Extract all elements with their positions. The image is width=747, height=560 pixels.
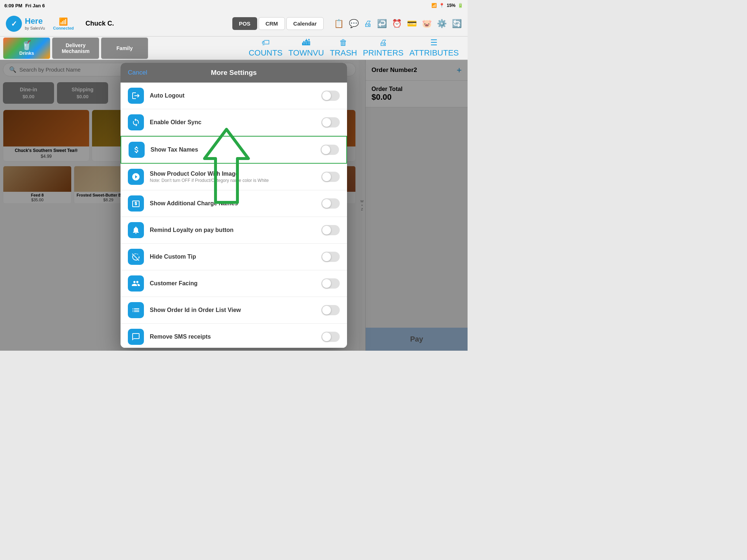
tax-names-label: Show Tax Names [150, 146, 321, 153]
remove-sms-toggle[interactable] [321, 332, 340, 342]
second-toolbar: 🥤 Drinks DeliveryMechanism Family 🏷 COUN… [0, 37, 468, 60]
customer-facing-icon [128, 275, 144, 292]
product-color-sublabel: Note: Don't turn OFF if Product/Category… [150, 178, 321, 183]
category-drinks[interactable]: 🥤 Drinks [3, 37, 50, 59]
logo-text: Here by SalesVu [25, 16, 45, 31]
battery-display: 15% [447, 3, 456, 8]
status-bar: 6:09 PM Fri Jan 6 📶 📍 15% 🔋 [0, 0, 468, 11]
auto-logout-icon [128, 88, 144, 104]
logo-area: ✓ Here by SalesVu [6, 16, 45, 32]
tax-names-toggle[interactable] [321, 145, 339, 155]
customer-facing-label: Customer Facing [150, 280, 321, 287]
additional-charge-toggle[interactable] [321, 198, 340, 209]
modal-cancel-button[interactable]: Cancel [128, 69, 147, 76]
show-order-id-toggle[interactable] [321, 305, 340, 315]
modal-overlay: Cancel More Settings Auto Logout [0, 60, 468, 351]
enable-sync-text: Enable Older Sync [150, 119, 321, 126]
remove-sms-text: Remove SMS receipts [150, 334, 321, 340]
right-toolbar: 🏷 COUNTS 🏙 TOWNVU 🗑 TRASH 🖨 PRINTERS ☰ A… [249, 38, 465, 58]
family-label: Family [117, 45, 133, 51]
tax-names-text: Show Tax Names [150, 146, 321, 153]
remind-loyalty-toggle[interactable] [321, 225, 340, 235]
show-order-id-label: Show Order Id in Order List View [150, 307, 321, 313]
refresh-icon[interactable]: 🔄 [452, 19, 462, 28]
chat-icon[interactable]: 💬 [349, 19, 359, 28]
additional-charge-icon [128, 195, 144, 212]
setting-enable-older-sync: Enable Older Sync [121, 109, 347, 136]
wifi-icon: 📶 [431, 3, 437, 8]
wifi-signal-icon: 📶 [59, 17, 68, 26]
enable-sync-label: Enable Older Sync [150, 119, 321, 126]
wifi-connected-area: 📶 Connected [53, 17, 74, 30]
setting-additional-charge: Show Additional Charge Names [121, 190, 347, 217]
main-area: 🔍 Dine-in $0.00 Shipping $0.00 Chuck's S… [0, 60, 468, 351]
brand-sub: by SalesVu [25, 26, 45, 31]
modal-body: Auto Logout Enable Older Sync [121, 83, 347, 348]
printer-icon[interactable]: 🖨 [364, 19, 372, 28]
product-color-icon [128, 169, 144, 185]
remove-sms-label: Remove SMS receipts [150, 334, 321, 340]
show-order-id-icon [128, 302, 144, 318]
user-name: Chuck C. [85, 20, 114, 27]
townvu-icon[interactable]: 🏙 TOWNVU [289, 38, 324, 58]
product-color-label: Show Product Color With Image [150, 171, 321, 177]
date-display: Fri Jan 6 [25, 3, 45, 8]
counts-icon[interactable]: 🏷 COUNTS [249, 38, 283, 58]
wallet-icon[interactable]: 💳 [407, 19, 417, 28]
auto-logout-label: Auto Logout [150, 92, 321, 99]
setting-remove-sms: Remove SMS receipts [121, 324, 347, 348]
tab-calendar[interactable]: Calendar [286, 17, 324, 30]
more-settings-modal: Cancel More Settings Auto Logout [121, 63, 347, 348]
hide-tip-text: Hide Custom Tip [150, 254, 321, 260]
modal-title: More Settings [128, 69, 340, 77]
setting-show-tax-names: Show Tax Names [121, 136, 347, 164]
additional-charge-text: Show Additional Charge Names [150, 200, 321, 207]
delivery-mechanism-label: DeliveryMechanism [62, 42, 89, 54]
tab-pos[interactable]: POS [232, 17, 257, 30]
setting-remind-loyalty: Remind Loyalty on pay button [121, 217, 347, 244]
additional-charge-label: Show Additional Charge Names [150, 200, 321, 207]
remind-loyalty-text: Remind Loyalty on pay button [150, 227, 321, 233]
remind-loyalty-icon [128, 222, 144, 238]
top-nav: ✓ Here by SalesVu 📶 Connected Chuck C. P… [0, 11, 468, 37]
trash-icon[interactable]: 🗑 TRASH [330, 38, 357, 58]
setting-product-color: Show Product Color With Image Note: Don'… [121, 164, 347, 190]
auto-logout-toggle[interactable] [321, 91, 340, 101]
customer-facing-toggle[interactable] [321, 278, 340, 289]
tax-names-icon [129, 142, 145, 158]
category-family[interactable]: Family [101, 37, 148, 59]
hide-tip-icon [128, 249, 144, 265]
product-color-toggle[interactable] [321, 172, 340, 182]
battery-icon: 🔋 [458, 3, 463, 8]
auto-logout-text: Auto Logout [150, 92, 321, 99]
nav-tabs: POS CRM Calendar [232, 17, 324, 30]
time-display: 6:09 PM [4, 3, 22, 8]
setting-customer-facing: Customer Facing [121, 270, 347, 297]
piggy-bank-icon[interactable]: 🐷 [422, 19, 432, 28]
customer-facing-text: Customer Facing [150, 280, 321, 287]
setting-hide-tip: Hide Custom Tip [121, 244, 347, 270]
top-icons: 📋 💬 🖨 ↩️ ⏰ 💳 🐷 ⚙️ 🔄 [334, 19, 462, 28]
brand-name: Here [25, 16, 45, 26]
clock-icon[interactable]: ⏰ [392, 19, 402, 28]
enable-sync-toggle[interactable] [321, 117, 340, 127]
setting-auto-logout: Auto Logout [121, 83, 347, 109]
tab-crm[interactable]: CRM [259, 17, 285, 30]
hide-tip-toggle[interactable] [321, 252, 340, 262]
settings-icon[interactable]: ⚙️ [437, 19, 447, 28]
remind-loyalty-label: Remind Loyalty on pay button [150, 227, 321, 233]
logo-icon: ✓ [6, 16, 22, 32]
enable-sync-icon [128, 114, 144, 130]
show-order-id-text: Show Order Id in Order List View [150, 307, 321, 313]
exchange-icon[interactable]: ↩️ [377, 19, 387, 28]
textbox-settings-icon[interactable]: 📋 [334, 19, 344, 28]
setting-show-order-id: Show Order Id in Order List View [121, 297, 347, 324]
attributes-icon[interactable]: ☰ ATTRIBUTES [409, 38, 459, 58]
connected-label: Connected [53, 26, 74, 30]
product-color-text: Show Product Color With Image Note: Don'… [150, 171, 321, 183]
location-icon: 📍 [439, 3, 445, 8]
drinks-label: Drinks [19, 50, 34, 56]
printers-icon[interactable]: 🖨 PRINTERS [363, 38, 403, 58]
modal-header: Cancel More Settings [121, 63, 347, 83]
category-delivery[interactable]: DeliveryMechanism [52, 37, 99, 59]
